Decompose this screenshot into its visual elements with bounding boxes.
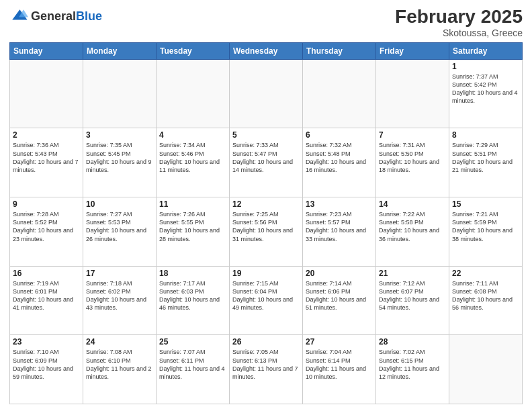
day-number: 16: [13, 269, 80, 278]
day-number: 22: [452, 269, 519, 278]
day-info: Sunrise: 7:05 AM Sunset: 6:13 PM Dayligh…: [232, 348, 300, 381]
table-row: 7Sunrise: 7:31 AM Sunset: 5:50 PM Daylig…: [376, 128, 449, 197]
table-row: 27Sunrise: 7:04 AM Sunset: 6:14 PM Dayli…: [303, 335, 376, 404]
day-info: Sunrise: 7:25 AM Sunset: 5:56 PM Dayligh…: [232, 210, 300, 243]
col-wednesday: Wednesday: [230, 42, 303, 59]
day-info: Sunrise: 7:37 AM Sunset: 5:42 PM Dayligh…: [452, 73, 519, 105]
table-row: 4Sunrise: 7:34 AM Sunset: 5:46 PM Daylig…: [157, 128, 230, 197]
table-row: 21Sunrise: 7:12 AM Sunset: 6:07 PM Dayli…: [376, 266, 449, 335]
day-number: 1: [452, 62, 519, 71]
day-info: Sunrise: 7:29 AM Sunset: 5:51 PM Dayligh…: [452, 141, 519, 174]
day-info: Sunrise: 7:21 AM Sunset: 5:59 PM Dayligh…: [452, 210, 519, 243]
table-row: 10Sunrise: 7:27 AM Sunset: 5:53 PM Dayli…: [83, 197, 157, 267]
logo-icon: [9, 7, 28, 26]
table-row: [83, 59, 157, 128]
location: Skotoussa, Greece: [395, 28, 523, 38]
day-info: Sunrise: 7:32 AM Sunset: 5:48 PM Dayligh…: [306, 141, 373, 174]
table-row: 26Sunrise: 7:05 AM Sunset: 6:13 PM Dayli…: [230, 335, 303, 404]
col-friday: Friday: [376, 42, 449, 59]
calendar-week-row: 9Sunrise: 7:28 AM Sunset: 5:52 PM Daylig…: [10, 197, 523, 267]
day-number: 28: [379, 337, 446, 347]
day-info: Sunrise: 7:15 AM Sunset: 6:04 PM Dayligh…: [232, 279, 300, 312]
logo-text: GeneralBlue: [31, 10, 102, 23]
day-info: Sunrise: 7:10 AM Sunset: 6:09 PM Dayligh…: [13, 348, 80, 381]
table-row: 22Sunrise: 7:11 AM Sunset: 6:08 PM Dayli…: [449, 266, 523, 335]
day-info: Sunrise: 7:26 AM Sunset: 5:55 PM Dayligh…: [159, 210, 226, 243]
table-row: 17Sunrise: 7:18 AM Sunset: 6:02 PM Dayli…: [83, 266, 157, 335]
day-info: Sunrise: 7:27 AM Sunset: 5:53 PM Dayligh…: [86, 210, 153, 243]
col-saturday: Saturday: [449, 42, 523, 59]
day-number: 20: [306, 269, 373, 278]
day-number: 17: [86, 269, 153, 278]
day-info: Sunrise: 7:35 AM Sunset: 5:45 PM Dayligh…: [86, 141, 153, 174]
col-thursday: Thursday: [303, 42, 376, 59]
header: GeneralBlue February 2025 Skotoussa, Gre…: [9, 7, 523, 38]
table-row: 18Sunrise: 7:17 AM Sunset: 6:03 PM Dayli…: [157, 266, 230, 335]
day-number: 21: [379, 269, 446, 278]
month-year: February 2025: [395, 7, 523, 28]
calendar-table: Sunday Monday Tuesday Wednesday Thursday…: [9, 42, 523, 404]
table-row: 12Sunrise: 7:25 AM Sunset: 5:56 PM Dayli…: [230, 197, 303, 267]
day-number: 11: [159, 199, 226, 209]
table-row: [303, 59, 376, 128]
table-row: 15Sunrise: 7:21 AM Sunset: 5:59 PM Dayli…: [449, 197, 523, 267]
day-number: 6: [306, 130, 373, 140]
day-number: 23: [13, 337, 80, 347]
table-row: 6Sunrise: 7:32 AM Sunset: 5:48 PM Daylig…: [303, 128, 376, 197]
table-row: 19Sunrise: 7:15 AM Sunset: 6:04 PM Dayli…: [230, 266, 303, 335]
table-row: 8Sunrise: 7:29 AM Sunset: 5:51 PM Daylig…: [449, 128, 523, 197]
day-info: Sunrise: 7:11 AM Sunset: 6:08 PM Dayligh…: [452, 279, 519, 312]
day-info: Sunrise: 7:14 AM Sunset: 6:06 PM Dayligh…: [306, 279, 373, 312]
day-info: Sunrise: 7:08 AM Sunset: 6:10 PM Dayligh…: [86, 348, 153, 381]
logo: GeneralBlue: [9, 7, 102, 26]
day-number: 18: [159, 269, 226, 278]
table-row: 16Sunrise: 7:19 AM Sunset: 6:01 PM Dayli…: [10, 266, 83, 335]
day-info: Sunrise: 7:34 AM Sunset: 5:46 PM Dayligh…: [159, 141, 226, 174]
day-number: 26: [232, 337, 300, 347]
day-number: 14: [379, 199, 446, 209]
day-number: 9: [13, 199, 80, 209]
table-row: [157, 59, 230, 128]
day-number: 19: [232, 269, 300, 278]
day-number: 13: [306, 199, 373, 209]
title-block: February 2025 Skotoussa, Greece: [395, 7, 523, 38]
table-row: 2Sunrise: 7:36 AM Sunset: 5:43 PM Daylig…: [10, 128, 83, 197]
day-info: Sunrise: 7:31 AM Sunset: 5:50 PM Dayligh…: [379, 141, 446, 174]
table-row: 3Sunrise: 7:35 AM Sunset: 5:45 PM Daylig…: [83, 128, 157, 197]
day-number: 27: [306, 337, 373, 347]
day-info: Sunrise: 7:22 AM Sunset: 5:58 PM Dayligh…: [379, 210, 446, 243]
table-row: [230, 59, 303, 128]
day-number: 2: [13, 130, 80, 140]
day-info: Sunrise: 7:19 AM Sunset: 6:01 PM Dayligh…: [13, 279, 80, 312]
day-number: 8: [452, 130, 519, 140]
day-number: 7: [379, 130, 446, 140]
col-monday: Monday: [83, 42, 157, 59]
calendar-week-row: 23Sunrise: 7:10 AM Sunset: 6:09 PM Dayli…: [10, 335, 523, 404]
day-number: 5: [232, 130, 300, 140]
table-row: 1Sunrise: 7:37 AM Sunset: 5:42 PM Daylig…: [449, 59, 523, 128]
day-number: 4: [159, 130, 226, 140]
day-info: Sunrise: 7:33 AM Sunset: 5:47 PM Dayligh…: [232, 141, 300, 174]
col-tuesday: Tuesday: [157, 42, 230, 59]
day-number: 12: [232, 199, 300, 209]
calendar-header-row: Sunday Monday Tuesday Wednesday Thursday…: [10, 42, 523, 59]
day-number: 3: [86, 130, 153, 140]
table-row: [10, 59, 83, 128]
day-info: Sunrise: 7:36 AM Sunset: 5:43 PM Dayligh…: [13, 141, 80, 174]
table-row: 20Sunrise: 7:14 AM Sunset: 6:06 PM Dayli…: [303, 266, 376, 335]
table-row: [376, 59, 449, 128]
table-row: 11Sunrise: 7:26 AM Sunset: 5:55 PM Dayli…: [157, 197, 230, 267]
day-info: Sunrise: 7:04 AM Sunset: 6:14 PM Dayligh…: [306, 348, 373, 381]
calendar-week-row: 2Sunrise: 7:36 AM Sunset: 5:43 PM Daylig…: [10, 128, 523, 197]
table-row: 28Sunrise: 7:02 AM Sunset: 6:15 PM Dayli…: [376, 335, 449, 404]
table-row: 14Sunrise: 7:22 AM Sunset: 5:58 PM Dayli…: [376, 197, 449, 267]
day-info: Sunrise: 7:23 AM Sunset: 5:57 PM Dayligh…: [306, 210, 373, 243]
day-info: Sunrise: 7:02 AM Sunset: 6:15 PM Dayligh…: [379, 348, 446, 381]
day-info: Sunrise: 7:12 AM Sunset: 6:07 PM Dayligh…: [379, 279, 446, 312]
table-row: 24Sunrise: 7:08 AM Sunset: 6:10 PM Dayli…: [83, 335, 157, 404]
day-info: Sunrise: 7:28 AM Sunset: 5:52 PM Dayligh…: [13, 210, 80, 243]
col-sunday: Sunday: [10, 42, 83, 59]
day-number: 25: [159, 337, 226, 347]
day-number: 15: [452, 199, 519, 209]
day-info: Sunrise: 7:07 AM Sunset: 6:11 PM Dayligh…: [159, 348, 226, 381]
